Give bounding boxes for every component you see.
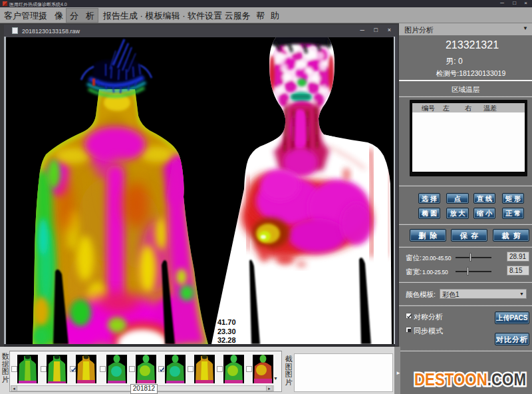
svg-text:41.70: 41.70 xyxy=(217,318,236,326)
svg-text:32.28: 32.28 xyxy=(217,336,236,344)
svg-text:DESTOON.COM: DESTOON.COM xyxy=(414,370,526,389)
svg-text:23.30: 23.30 xyxy=(217,327,236,335)
